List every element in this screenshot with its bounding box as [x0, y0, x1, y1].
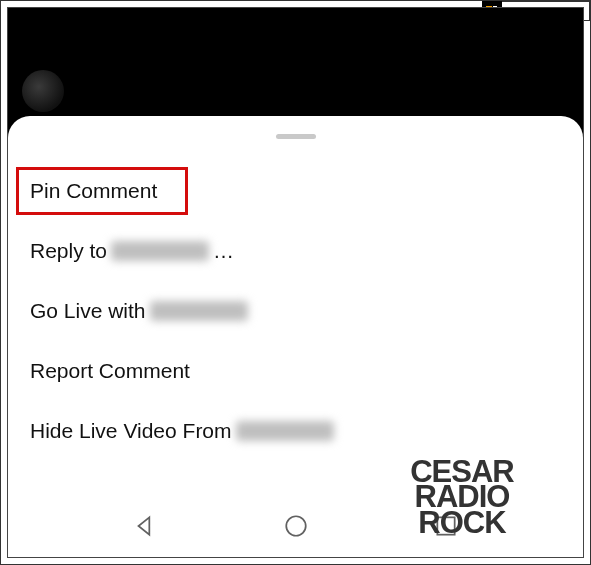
menu-label: Reply to	[30, 239, 107, 263]
menu-item-reply-to[interactable]: Reply to …	[8, 221, 583, 281]
menu-label: Report Comment	[30, 359, 190, 383]
menu-item-go-live-with[interactable]: Go Live with	[8, 281, 583, 341]
menu-item-pin-comment[interactable]: Pin Comment	[8, 161, 583, 221]
redacted-username	[150, 301, 248, 321]
svg-point-1	[286, 516, 306, 536]
redacted-username	[236, 421, 334, 441]
ellipsis: …	[213, 239, 234, 263]
redacted-username	[111, 241, 209, 261]
back-icon[interactable]	[132, 513, 158, 543]
cesar-radio-rock-watermark: CESAR RADIO ROCK	[375, 459, 549, 535]
screenshot-container: TECHJUNKIE Pin Comment Reply to … Go Liv…	[0, 0, 591, 565]
logo-line2: RADIO	[415, 479, 510, 514]
avatar	[22, 70, 64, 112]
phone-frame: Pin Comment Reply to … Go Live with Repo…	[7, 7, 584, 558]
menu-item-hide-live-video-from[interactable]: Hide Live Video From	[8, 401, 583, 461]
menu-label: Pin Comment	[30, 179, 157, 203]
home-icon[interactable]	[283, 513, 309, 543]
menu-item-report-comment[interactable]: Report Comment	[8, 341, 583, 401]
sheet-grabber[interactable]	[276, 134, 316, 139]
menu-label: Hide Live Video From	[30, 419, 232, 443]
menu-label: Go Live with	[30, 299, 146, 323]
